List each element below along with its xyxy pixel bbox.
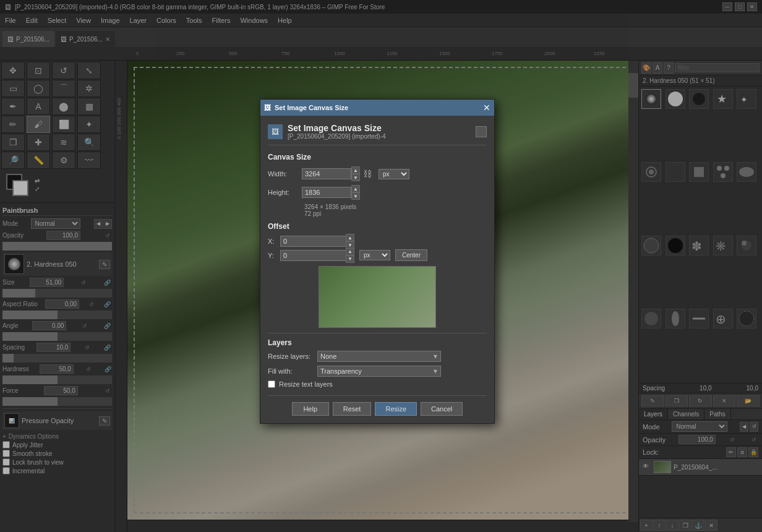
resize-layers-select[interactable]: None (317, 351, 441, 362)
layer-new-btn[interactable]: + (640, 520, 653, 531)
width-spin-down[interactable]: ▼ (351, 174, 360, 181)
brush-thumb-2[interactable] (666, 89, 685, 109)
hardness-reset-btn[interactable]: ↺ (84, 365, 93, 374)
brush-refresh-btn[interactable]: ↻ (689, 395, 712, 406)
height-spin-up[interactable]: ▲ (351, 185, 360, 192)
y-input[interactable] (280, 250, 354, 261)
brush-thumb-1[interactable] (641, 89, 661, 109)
width-input[interactable] (302, 168, 351, 179)
brush-thumb-4[interactable]: ★ (713, 89, 733, 109)
menu-select[interactable]: Select (43, 15, 72, 25)
opacity-reset-btn[interactable]: ↺ (103, 231, 112, 240)
aspect-ratio-slider[interactable] (2, 311, 112, 319)
brush-thumb-18[interactable] (689, 309, 709, 328)
size-input[interactable] (30, 278, 64, 287)
select-ellipse-tool[interactable]: ◯ (27, 80, 50, 97)
zoom-tool[interactable]: 🔎 (1, 152, 25, 169)
layers-mode-undo[interactable]: ↺ (750, 422, 758, 432)
brush-edit-action-btn[interactable]: ✎ (641, 395, 664, 406)
hardness-link-btn[interactable]: 🔗 (103, 365, 112, 374)
layers-opacity-undo[interactable]: ↺ (750, 435, 758, 444)
brush-thumb-8[interactable] (689, 162, 709, 182)
text-tool[interactable]: A (27, 98, 50, 115)
resize-button[interactable]: Resize (375, 402, 417, 416)
menu-edit[interactable]: Edit (21, 15, 43, 25)
background-color[interactable] (12, 180, 28, 196)
x-spin-up[interactable]: ▲ (346, 234, 354, 241)
layer-delete-btn[interactable]: ✕ (705, 520, 717, 531)
opacity-input[interactable] (46, 231, 80, 240)
crop-tool[interactable]: ⊡ (27, 62, 50, 79)
menu-file[interactable]: File (0, 15, 21, 25)
scrollbar-vertical[interactable] (628, 61, 638, 522)
smooth-stroke-checkbox[interactable] (2, 450, 10, 457)
tab-2[interactable]: 🖼 P_201506... ✕ (56, 31, 115, 47)
spacing-input[interactable] (36, 343, 71, 352)
layers-opacity-input[interactable] (679, 435, 716, 444)
angle-link-btn[interactable]: 🔗 (103, 322, 112, 330)
angle-input[interactable] (32, 321, 66, 330)
paintbrush-tool[interactable]: 🖌 (27, 116, 50, 133)
brush-thumb-3[interactable] (689, 89, 709, 109)
select-fuzzy-tool[interactable]: ✲ (77, 80, 101, 97)
measure-tool[interactable]: 📏 (27, 152, 50, 169)
layer-duplicate-btn[interactable]: ❐ (679, 520, 691, 531)
canvas-unit-select[interactable]: px (379, 169, 409, 179)
x-input[interactable] (280, 236, 354, 247)
menu-colors[interactable]: Colors (152, 15, 181, 25)
size-slider[interactable] (2, 289, 112, 298)
brush-thumb-13[interactable]: ✽ (689, 236, 709, 255)
brushes-help-icon[interactable]: ? (664, 62, 674, 74)
dynamics-options-toggle[interactable]: + Dynamics Options (2, 432, 112, 441)
eraser-tool[interactable]: ⬜ (52, 116, 75, 133)
minimize-button[interactable]: ─ (722, 2, 732, 11)
scrollbar-v-thumb[interactable] (628, 73, 638, 98)
offset-unit-select[interactable]: px (359, 250, 390, 260)
scale-tool[interactable]: ⤡ (77, 62, 101, 79)
brush-viewdir-btn[interactable]: 📂 (737, 395, 760, 406)
brush-thumb-5[interactable]: ✦ (737, 89, 756, 109)
maximize-button[interactable]: □ (735, 2, 745, 11)
angle-reset-btn[interactable]: ↺ (80, 322, 89, 330)
layer-row-0[interactable]: 👁 P_20150604_... (639, 459, 762, 476)
lock-pixels-btn[interactable]: ✏ (726, 447, 736, 457)
menu-help[interactable]: Help (273, 15, 297, 25)
mode-select[interactable]: Normal (31, 218, 80, 229)
tab-1[interactable]: 🖼 P_201506... (2, 31, 54, 47)
mode-prev-btn[interactable]: ◀ (94, 219, 103, 229)
lock-brush-checkbox[interactable] (2, 458, 10, 466)
lock-alpha-btn[interactable]: α (737, 447, 747, 457)
force-reset-btn[interactable]: ↺ (103, 387, 112, 395)
hardness-input[interactable] (40, 364, 74, 374)
fill-with-select[interactable]: Transparency (317, 366, 441, 377)
brush-thumb-17[interactable] (666, 309, 685, 328)
height-input[interactable] (302, 187, 351, 198)
layers-mode-prev[interactable]: ◀ (740, 422, 748, 432)
brush-thumb-9[interactable] (713, 162, 733, 182)
layers-opacity-reset[interactable]: ↺ (728, 435, 737, 444)
size-reset-btn[interactable]: ↺ (79, 278, 88, 287)
aspect-ratio-input[interactable] (45, 299, 79, 309)
aspect-ratio-link-btn[interactable]: 🔗 (103, 300, 112, 309)
lock-move-btn[interactable]: 🔒 (748, 447, 758, 457)
dynamics-edit-btn[interactable]: ✎ (99, 416, 110, 426)
brush-thumb-14[interactable]: ❋ (713, 236, 733, 255)
y-spin-up[interactable]: ▲ (346, 248, 354, 255)
select-free-tool[interactable]: ⌒ (52, 80, 75, 97)
color-picker-tool[interactable]: 🔍 (77, 134, 101, 151)
brushes-filter-input[interactable] (675, 63, 760, 72)
layers-mode-select[interactable]: Normal (672, 421, 727, 432)
menu-windows[interactable]: Windows (235, 15, 273, 25)
menu-image[interactable]: Image (96, 15, 125, 25)
brush-edit-btn[interactable]: ✎ (99, 260, 110, 269)
brushes-font-icon[interactable]: A (653, 62, 662, 74)
brush-thumb-7[interactable] (666, 162, 685, 182)
brush-thumb-6[interactable] (641, 162, 661, 182)
force-input[interactable] (44, 386, 78, 395)
resize-text-layers-checkbox[interactable] (268, 380, 275, 388)
airbrush-tool[interactable]: ✦ (77, 116, 101, 133)
paths-tool[interactable]: ✒ (1, 98, 25, 115)
spacing-slider[interactable] (2, 354, 112, 363)
width-height-link-icon[interactable]: ⛓ (362, 169, 372, 179)
rotate-tool[interactable]: ↺ (52, 62, 75, 79)
